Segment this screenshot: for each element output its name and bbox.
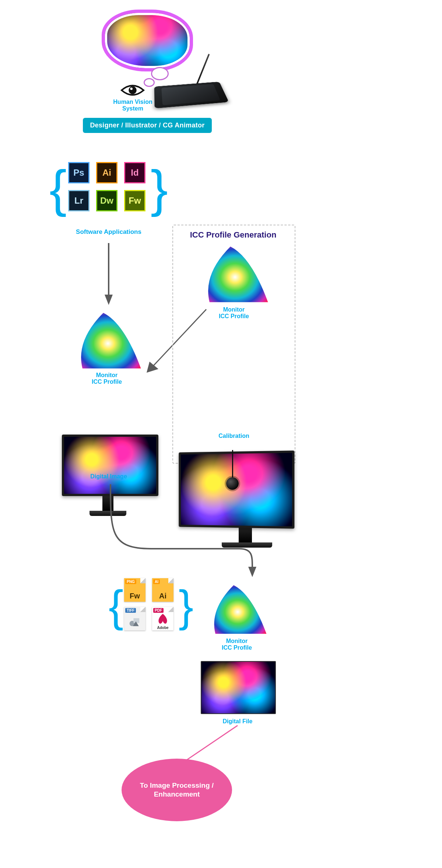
icc-generation-title: ICC Profile Generation [172,230,294,240]
role-banner: Designer / Illustrator / CG Animator [83,118,212,133]
gamut-icon [199,243,269,306]
illustrator-icon: Ai [96,162,117,183]
arrow-down-icon [103,243,114,307]
svg-line-10 [180,725,238,764]
brace-left-icon: { [49,163,67,214]
fireworks-icon: Fw [124,190,145,211]
filetypes-grid: PNG Fw AI Ai TIFF PDF Adobe [124,578,178,633]
colorimeter-cable [232,450,233,478]
software-apps-block: { Ps Ai Id Lr Dw Fw } [52,162,166,215]
svg-marker-6 [248,567,256,577]
indesign-icon: Id [124,162,145,183]
calibration-label: Calibration [204,433,263,439]
dreamweaver-icon: Dw [96,190,117,211]
brace-right-icon: } [179,584,193,628]
monitor-icc-label: Monitor ICC Profile [204,306,263,320]
photoshop-icon: Ps [68,162,90,183]
pdf-file-icon: PDF Adobe [152,607,173,630]
gamut-icon [206,582,267,637]
tablet-body [154,82,229,108]
monitor-icc-label: Monitor ICC Profile [77,372,136,386]
png-file-icon: PNG Fw [124,578,145,602]
colorimeter-icon [226,477,239,490]
app-tile-grid: Ps Ai Id Lr Dw Fw [68,162,149,215]
drawing-tablet [155,68,225,112]
nebula-image [105,13,190,68]
tiff-file-icon: TIFF [124,607,145,630]
digital-file-thumb [201,661,276,714]
svg-marker-5 [147,362,158,373]
svg-point-0 [129,86,136,94]
filetypes-block: { PNG Fw AI Ai TIFF PDF Adobe } [107,578,195,633]
lightroom-icon: Lr [68,190,90,211]
destination-oval: To Image Processing / Enhancement [122,759,232,821]
svg-point-1 [130,88,133,90]
software-apps-label: Software Applications [66,228,151,236]
hvs-label: Human Vision System [110,99,156,112]
stylus-icon [195,54,210,87]
eye-icon [120,83,145,98]
calibration-monitor [177,451,289,548]
digital-image-label: Digital Image [79,473,138,480]
monitor-icc-label: Monitor ICC Profile [207,638,266,651]
svg-marker-3 [105,295,113,305]
brace-right-icon: } [151,163,168,214]
gamut-icon [72,309,142,372]
brace-left-icon: { [109,584,123,628]
ai-file-icon: AI Ai [152,578,173,602]
